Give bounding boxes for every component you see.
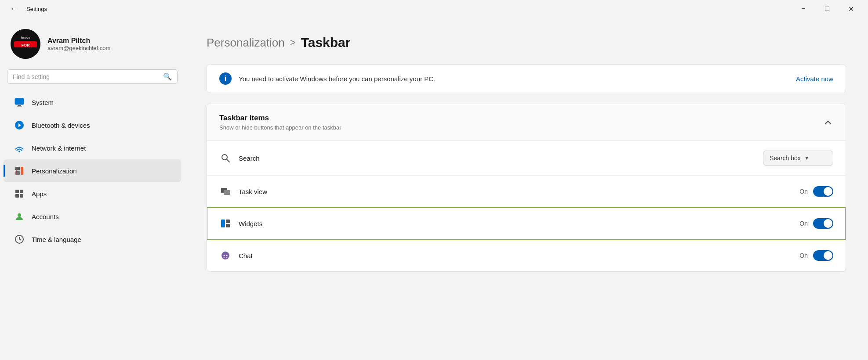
breadcrumb-parent[interactable]: Personalization (207, 36, 285, 50)
sidebar-item-system-label: System (32, 99, 54, 106)
back-button[interactable]: ← (7, 2, 21, 16)
accounts-icon (14, 211, 25, 222)
taskview-label: Task view (239, 188, 792, 195)
svg-rect-6 (17, 106, 22, 107)
svg-point-21 (222, 155, 227, 160)
dropdown-chevron-icon: ▼ (804, 155, 810, 161)
chat-setting-row: Chat On (207, 240, 846, 271)
sidebar-search[interactable]: 🔍 (7, 69, 178, 84)
taskbar-items-card: Taskbar items Show or hide buttons that … (207, 104, 846, 272)
chat-control: On (799, 250, 833, 261)
svg-rect-16 (20, 194, 23, 198)
card-header-info: Taskbar items Show or hide buttons that … (219, 114, 341, 131)
svg-text:FOR: FOR (22, 43, 30, 47)
sidebar-item-system[interactable]: System (4, 91, 181, 114)
taskview-setting-icon (219, 185, 232, 198)
svg-rect-13 (15, 190, 19, 193)
user-email: avram@geekinchief.com (47, 45, 110, 51)
svg-rect-9 (15, 167, 20, 170)
avatar: FOR lenovo (11, 29, 40, 59)
sidebar-item-apps[interactable]: Apps (4, 182, 181, 205)
search-dropdown-value: Search box (770, 155, 801, 162)
chat-toggle-label: On (799, 252, 808, 259)
collapse-button[interactable] (823, 117, 833, 128)
chat-label: Chat (239, 252, 792, 259)
sidebar-item-network-label: Network & internet (32, 144, 86, 152)
svg-rect-11 (21, 167, 23, 175)
breadcrumb: Personalization > Taskbar (207, 35, 846, 50)
widgets-toggle-label: On (799, 220, 808, 227)
monitor-icon (14, 97, 25, 108)
activate-now-link[interactable]: Activate now (796, 75, 833, 83)
title-bar-left: ← Settings (7, 2, 47, 16)
widgets-label: Widgets (239, 220, 792, 227)
svg-point-28 (222, 252, 229, 259)
sidebar: FOR lenovo Avram Piltch avram@geekinchie… (0, 18, 185, 360)
svg-line-22 (227, 159, 229, 162)
sidebar-item-accounts-label: Accounts (32, 213, 59, 220)
search-control: Search box ▼ (763, 151, 833, 166)
search-dropdown[interactable]: Search box ▼ (763, 151, 833, 166)
apps-icon (14, 188, 25, 199)
breadcrumb-current: Taskbar (301, 35, 351, 50)
svg-point-29 (224, 255, 225, 256)
banner-text: You need to activate Windows before you … (239, 75, 789, 83)
main-layout: FOR lenovo Avram Piltch avram@geekinchie… (0, 18, 868, 360)
svg-text:lenovo: lenovo (21, 36, 30, 39)
card-header: Taskbar items Show or hide buttons that … (207, 104, 846, 141)
minimize-button[interactable]: − (793, 2, 814, 16)
widgets-setting-icon (219, 217, 232, 230)
svg-point-30 (226, 255, 228, 256)
user-profile: FOR lenovo Avram Piltch avram@geekinchie… (0, 22, 185, 69)
sidebar-item-time-label: Time & language (32, 236, 81, 243)
svg-rect-24 (224, 190, 230, 195)
svg-rect-27 (226, 224, 230, 227)
svg-point-8 (18, 151, 20, 152)
widgets-toggle[interactable] (813, 218, 833, 229)
content-area: Personalization > Taskbar i You need to … (185, 18, 868, 360)
bluetooth-icon (14, 120, 25, 130)
window-title: Settings (26, 6, 47, 12)
svg-line-20 (19, 239, 21, 240)
svg-rect-4 (15, 98, 24, 104)
taskview-toggle[interactable] (813, 186, 833, 197)
widgets-control: On (799, 218, 833, 229)
maximize-button[interactable]: □ (817, 2, 837, 16)
svg-rect-25 (221, 220, 225, 227)
svg-rect-15 (15, 194, 19, 198)
sidebar-item-personalization-label: Personalization (32, 167, 77, 175)
chat-setting-icon (219, 249, 232, 262)
search-input[interactable] (13, 73, 160, 80)
search-setting-icon (219, 152, 232, 164)
title-bar-controls: − □ ✕ (793, 2, 861, 16)
widgets-setting-row: Widgets On (207, 208, 846, 240)
chat-toggle[interactable] (813, 250, 833, 261)
taskview-toggle-label: On (799, 188, 808, 195)
personalization-icon (14, 166, 25, 176)
time-icon (14, 234, 25, 245)
taskview-setting-row: Task view On (207, 176, 846, 208)
sidebar-item-accounts[interactable]: Accounts (4, 205, 181, 228)
info-icon: i (219, 72, 232, 85)
breadcrumb-separator: > (290, 37, 296, 48)
sidebar-item-personalization[interactable]: Personalization (4, 159, 181, 182)
taskview-control: On (799, 186, 833, 197)
svg-rect-5 (18, 105, 21, 106)
title-bar: ← Settings − □ ✕ (0, 0, 868, 18)
svg-point-17 (18, 213, 21, 217)
user-name: Avram Piltch (47, 37, 110, 45)
search-icon: 🔍 (163, 72, 172, 81)
svg-rect-14 (20, 190, 23, 193)
activation-banner: i You need to activate Windows before yo… (207, 64, 846, 93)
sidebar-item-bluetooth-label: Bluetooth & devices (32, 122, 90, 129)
user-info: Avram Piltch avram@geekinchief.com (47, 37, 110, 51)
sidebar-item-network[interactable]: Network & internet (4, 137, 181, 159)
card-header-subtitle: Show or hide buttons that appear on the … (219, 124, 341, 131)
search-setting-row: Search Search box ▼ (207, 141, 846, 176)
sidebar-item-bluetooth[interactable]: Bluetooth & devices (4, 114, 181, 137)
network-icon (14, 143, 25, 153)
sidebar-item-time[interactable]: Time & language (4, 228, 181, 251)
close-button[interactable]: ✕ (841, 2, 861, 16)
svg-rect-26 (226, 220, 230, 223)
sidebar-item-apps-label: Apps (32, 190, 47, 198)
